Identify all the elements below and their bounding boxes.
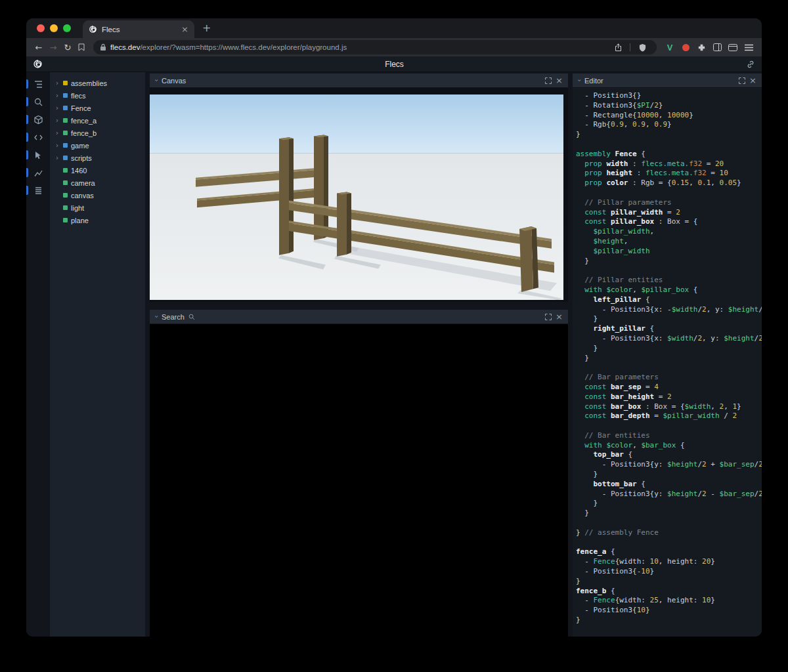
- sidebar-tree-button[interactable]: [26, 79, 50, 89]
- panel-title: Editor: [584, 77, 603, 85]
- tree-item-label: assemblies: [71, 79, 107, 87]
- share-icon[interactable]: [610, 43, 626, 52]
- flecs-favicon: [89, 25, 97, 33]
- entity-kind-icon: [63, 193, 68, 198]
- sidebar-memory-button[interactable]: [26, 185, 50, 196]
- new-tab-button[interactable]: +: [202, 23, 211, 33]
- back-icon[interactable]: ←: [32, 43, 46, 52]
- code-line: with $color, $bar_box {: [576, 441, 762, 451]
- code-line: - Fence{width: 25, height: 10}: [576, 596, 762, 606]
- red-extension-icon[interactable]: [678, 44, 693, 51]
- vue-extension-icon[interactable]: V: [662, 43, 678, 52]
- code-line: }: [576, 314, 762, 324]
- chevron-right-icon[interactable]: ›: [55, 104, 60, 112]
- address-bar[interactable]: flecs.dev/explorer/?wasm=https://www.fle…: [93, 40, 657, 54]
- code-line: with $color, $pillar_box {: [576, 285, 762, 295]
- divider: [630, 43, 630, 51]
- chevron-right-icon[interactable]: ›: [55, 129, 60, 136]
- shield-icon[interactable]: [634, 43, 650, 52]
- code-line: const bar_sep = 4: [576, 383, 762, 392]
- tree-item[interactable]: ›flecs: [50, 89, 145, 102]
- tree-item[interactable]: ›game: [50, 139, 145, 152]
- menu-icon[interactable]: [741, 44, 756, 51]
- active-indicator: [26, 186, 28, 195]
- expand-icon[interactable]: [545, 314, 552, 320]
- code-line: [576, 266, 762, 276]
- chevron-right-icon[interactable]: ›: [55, 92, 60, 99]
- tree-item[interactable]: 1460: [50, 164, 145, 177]
- chevron-right-icon[interactable]: ›: [55, 142, 60, 149]
- zoom-window-button[interactable]: [63, 24, 71, 32]
- tree-item-label: light: [71, 204, 84, 212]
- chevron-down-icon[interactable]: ›: [153, 316, 160, 318]
- expand-icon[interactable]: [545, 77, 552, 84]
- flecs-logo-icon: [33, 59, 43, 69]
- tree-item-label: game: [71, 142, 89, 150]
- tab-title: Flecs: [102, 26, 177, 33]
- chevron-right-icon[interactable]: ›: [55, 117, 60, 124]
- sidebar-entities-button[interactable]: [26, 114, 50, 125]
- close-icon[interactable]: ×: [556, 312, 563, 321]
- code-line: left_pillar {: [576, 295, 762, 305]
- tree-item[interactable]: ›assemblies: [50, 77, 145, 89]
- bookmark-icon[interactable]: [75, 43, 88, 51]
- code-line: const bar_box : Box = {$width, 2, 1}: [576, 402, 762, 412]
- code-line: const bar_height = 2: [576, 392, 762, 402]
- chevron-right-icon[interactable]: ›: [55, 154, 60, 161]
- code-line: [576, 421, 762, 431]
- close-icon[interactable]: ×: [556, 76, 563, 85]
- sidebar-toggle-icon[interactable]: [709, 43, 725, 51]
- code-line: prop height : flecs.meta.f32 = 10: [576, 169, 762, 178]
- code-line: $pillar_width: [576, 247, 762, 257]
- tree-item[interactable]: canvas: [50, 189, 145, 201]
- code-line: - Position3{x: $width/2, y: $height/2}: [576, 334, 762, 344]
- tree-item[interactable]: plane: [50, 214, 145, 226]
- active-indicator: [26, 150, 28, 159]
- chart-icon: [33, 168, 43, 178]
- chevron-down-icon[interactable]: ›: [576, 79, 583, 82]
- tree-item-label: fence_b: [71, 129, 97, 137]
- extensions-puzzle-icon[interactable]: [693, 43, 709, 52]
- search-panel-header[interactable]: › Search ×: [150, 310, 568, 324]
- reload-icon[interactable]: ↻: [60, 43, 75, 52]
- search-results-area[interactable]: [150, 324, 568, 637]
- wallet-icon[interactable]: [725, 44, 741, 51]
- forward-icon[interactable]: →: [46, 43, 60, 52]
- close-window-button[interactable]: [37, 24, 45, 32]
- sidebar-script-button[interactable]: [26, 132, 50, 142]
- close-icon[interactable]: ×: [749, 76, 756, 85]
- tree-item[interactable]: ›scripts: [50, 152, 145, 164]
- chevron-down-icon[interactable]: ›: [153, 79, 160, 82]
- tree-item-label: scripts: [71, 154, 92, 162]
- browser-tab[interactable]: Flecs ×: [83, 20, 194, 38]
- tab-bar: Flecs × +: [26, 18, 762, 38]
- sidebar-stats-button[interactable]: [26, 167, 50, 178]
- browser-window: Flecs × + ← → ↻ flecs.dev/explorer/?wasm…: [26, 18, 762, 637]
- fence-3d-scene: [150, 94, 563, 300]
- tree-item[interactable]: ›fence_b: [50, 127, 145, 139]
- tree-item[interactable]: camera: [50, 177, 145, 189]
- entity-kind-icon: [63, 81, 68, 85]
- tree-item[interactable]: ›fence_a: [50, 114, 145, 127]
- close-tab-icon[interactable]: ×: [181, 25, 188, 33]
- chevron-right-icon[interactable]: ›: [55, 79, 60, 87]
- editor-panel-header[interactable]: › Editor ×: [573, 74, 762, 88]
- tree-item[interactable]: light: [50, 201, 145, 214]
- entity-kind-icon: [63, 131, 68, 135]
- code-line: }: [576, 354, 762, 364]
- code-line: [576, 140, 762, 150]
- expand-icon[interactable]: [739, 77, 745, 84]
- entity-kind-icon: [63, 218, 68, 222]
- tree-item[interactable]: ›Fence: [50, 102, 145, 114]
- sidebar-inspect-button[interactable]: [26, 150, 50, 160]
- entity-kind-icon: [63, 118, 68, 123]
- code-line: fence_b {: [576, 587, 762, 597]
- canvas-panel-header[interactable]: › Canvas ×: [150, 74, 568, 88]
- canvas-3d-viewport[interactable]: [150, 88, 568, 302]
- entity-tree: ›assemblies›flecs›Fence›fence_a›fence_b›…: [50, 72, 145, 637]
- code-editor[interactable]: - Position3{} - Rotation3{$PI/2} - Recta…: [573, 88, 762, 637]
- sidebar-search-button[interactable]: [26, 96, 50, 107]
- link-icon[interactable]: [746, 60, 755, 69]
- code-line: }: [576, 616, 762, 625]
- minimize-window-button[interactable]: [50, 24, 58, 32]
